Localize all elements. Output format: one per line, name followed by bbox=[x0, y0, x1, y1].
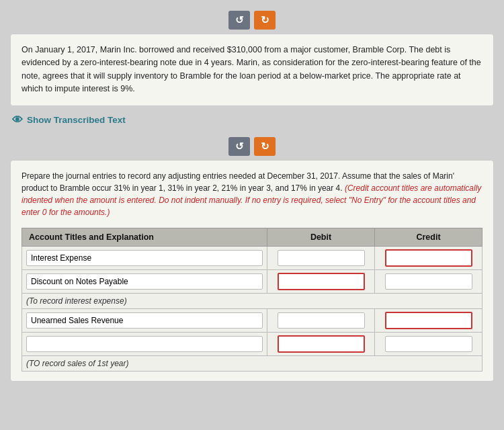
account-cell-3 bbox=[22, 308, 267, 332]
journal-table: Account Titles and Explanation Debit Cre… bbox=[22, 228, 482, 372]
credit-cell-4 bbox=[375, 332, 482, 355]
debit-cell-1 bbox=[267, 246, 375, 269]
account-input-2[interactable] bbox=[26, 273, 263, 290]
show-transcribed-link[interactable]: 👁 Show Transcribed Text bbox=[12, 114, 492, 126]
credit-cell-2 bbox=[375, 269, 482, 293]
credit-input-3[interactable] bbox=[385, 312, 472, 329]
eye-icon: 👁 bbox=[12, 114, 23, 126]
undo-button-2[interactable]: ↺ bbox=[228, 137, 250, 156]
debit-input-2[interactable] bbox=[278, 273, 365, 290]
account-input-1[interactable] bbox=[26, 250, 263, 266]
toolbar-2: ↺ ↻ bbox=[0, 137, 504, 156]
undo-button-1[interactable]: ↺ bbox=[228, 11, 250, 30]
account-cell-1 bbox=[22, 246, 267, 269]
debit-cell-2 bbox=[267, 269, 375, 293]
table-row bbox=[22, 269, 482, 293]
note-row-1: (To record interest expense) bbox=[22, 293, 482, 308]
journal-card: Prepare the journal entries to record an… bbox=[10, 160, 494, 382]
debit-cell-4 bbox=[267, 332, 375, 355]
redo-button-2[interactable]: ↻ bbox=[254, 137, 276, 156]
toolbar-1: ↺ ↻ bbox=[0, 11, 504, 30]
note-text-1: (To record interest expense) bbox=[22, 293, 482, 308]
account-cell-2 bbox=[22, 269, 267, 293]
debit-cell-3 bbox=[267, 308, 375, 332]
credit-input-4[interactable] bbox=[385, 336, 472, 352]
redo-button-1[interactable]: ↻ bbox=[254, 11, 276, 30]
note-text-2: (TO record sales of 1st year) bbox=[22, 355, 482, 371]
account-cell-4 bbox=[22, 332, 267, 355]
credit-input-2[interactable] bbox=[385, 273, 472, 290]
passage-text: On January 1, 2017, Marin Inc. borrowed … bbox=[22, 44, 482, 96]
credit-cell-1 bbox=[375, 246, 482, 269]
table-row bbox=[22, 332, 482, 355]
debit-header: Debit bbox=[267, 228, 375, 246]
passage-card: On January 1, 2017, Marin Inc. borrowed … bbox=[10, 34, 494, 106]
note-row-2: (TO record sales of 1st year) bbox=[22, 355, 482, 371]
table-row bbox=[22, 246, 482, 269]
debit-input-3[interactable] bbox=[278, 312, 365, 329]
credit-header: Credit bbox=[375, 228, 482, 246]
debit-input-4[interactable] bbox=[278, 335, 365, 353]
credit-input-1[interactable] bbox=[385, 249, 472, 267]
credit-cell-3 bbox=[375, 308, 482, 332]
debit-input-1[interactable] bbox=[278, 250, 365, 266]
account-input-3[interactable] bbox=[26, 312, 263, 329]
table-header-row: Account Titles and Explanation Debit Cre… bbox=[22, 228, 482, 246]
account-input-4[interactable] bbox=[26, 336, 263, 352]
account-header: Account Titles and Explanation bbox=[22, 228, 267, 246]
journal-instructions: Prepare the journal entries to record an… bbox=[22, 170, 482, 218]
table-row bbox=[22, 308, 482, 332]
show-transcribed-label: Show Transcribed Text bbox=[27, 115, 126, 125]
